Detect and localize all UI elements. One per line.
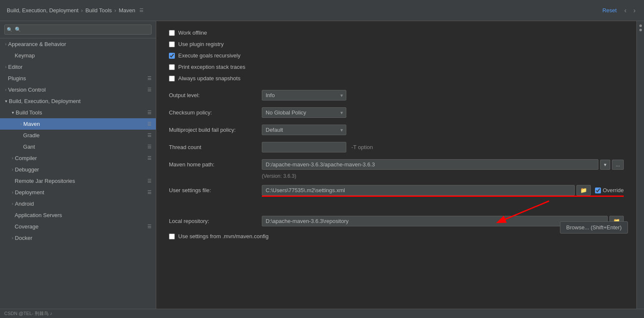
checkbox-row-always-update: Always update snapshots bbox=[169, 75, 624, 82]
override-label: Override bbox=[603, 187, 624, 193]
always-update-checkbox[interactable] bbox=[169, 76, 175, 82]
execute-goals-checkbox[interactable] bbox=[169, 53, 175, 59]
arrow-icon-plugins bbox=[5, 76, 6, 81]
breadcrumb-sep2: › bbox=[114, 7, 116, 14]
rjr-menu-icon: ☰ bbox=[147, 178, 152, 184]
sidebar-item-label-vc: Version Control bbox=[8, 87, 147, 93]
thread-count-input[interactable] bbox=[262, 142, 346, 152]
breadcrumb-part3: Maven bbox=[119, 7, 135, 14]
nav-back-button[interactable]: ‹ bbox=[622, 6, 628, 15]
search-input[interactable] bbox=[4, 24, 152, 35]
sidebar-item-keymap[interactable]: Keymap bbox=[0, 50, 156, 61]
user-settings-input-wrap: 📁 Override bbox=[262, 185, 624, 196]
sidebar-item-label-debugger: Debugger bbox=[15, 166, 152, 173]
maven-home-label: Maven home path: bbox=[169, 161, 262, 168]
maven-home-dropdown-button[interactable]: ▾ bbox=[600, 160, 610, 170]
arrow-icon-android: › bbox=[12, 201, 13, 206]
user-settings-folder-button[interactable]: 📁 bbox=[576, 185, 591, 196]
sidebar-item-compiler[interactable]: › Compiler ☰ bbox=[0, 152, 156, 164]
sidebar-search-container: 🔍 bbox=[0, 21, 156, 38]
checksum-policy-select-wrap: No Global Policy Strict Lax Ignore bbox=[262, 107, 346, 118]
sidebar-item-maven[interactable]: › Maven ☰ bbox=[0, 118, 156, 130]
sidebar-item-app-servers[interactable]: Application Servers bbox=[0, 209, 156, 221]
breadcrumb-sep1: › bbox=[81, 7, 83, 14]
sidebar-item-label-app-servers: Application Servers bbox=[15, 212, 152, 218]
nav-forward-button[interactable]: › bbox=[632, 6, 637, 15]
panel-dot-1 bbox=[639, 24, 642, 27]
arrow-icon-gant bbox=[20, 144, 22, 149]
main-layout: 🔍 › Appearance & Behavior Keymap › Edito… bbox=[0, 21, 644, 309]
search-icon: 🔍 bbox=[7, 27, 13, 33]
panel-dot-2 bbox=[639, 29, 642, 31]
sidebar-item-deployment[interactable]: › Deployment ☰ bbox=[0, 187, 156, 198]
execute-goals-label: Execute goals recursively bbox=[178, 52, 240, 59]
sidebar-item-label-docker: Docker bbox=[15, 235, 152, 241]
work-offline-label: Work offline bbox=[178, 30, 207, 36]
arrow-annotation-container bbox=[169, 199, 624, 224]
sidebar-item-gradle[interactable]: Gradle ☰ bbox=[0, 130, 156, 141]
arrow-icon-rjr bbox=[12, 179, 13, 183]
output-level-select[interactable]: Info Debug Warning Error bbox=[262, 90, 346, 101]
sidebar-item-label-gradle: Gradle bbox=[23, 132, 147, 139]
sidebar-item-version-control[interactable]: › Version Control ☰ bbox=[0, 84, 156, 95]
thread-count-label: Thread count bbox=[169, 144, 262, 150]
sidebar-item-label-maven: Maven bbox=[23, 121, 147, 127]
sidebar-item-android[interactable]: › Android bbox=[0, 198, 156, 209]
thread-count-row: Thread count -T option bbox=[169, 142, 624, 152]
sidebar-item-appearance[interactable]: › Appearance & Behavior bbox=[0, 38, 156, 50]
arrow-icon-app-servers bbox=[12, 213, 13, 217]
override-checkbox[interactable] bbox=[595, 188, 601, 193]
maven-home-input[interactable] bbox=[262, 159, 598, 170]
sidebar-item-label-keymap: Keymap bbox=[15, 52, 152, 59]
arrow-icon-coverage bbox=[12, 224, 13, 229]
sidebar-item-docker[interactable]: › Docker bbox=[0, 232, 156, 244]
sidebar-item-label-android: Android bbox=[15, 201, 152, 207]
print-exception-label: Print exception stack traces bbox=[178, 64, 245, 70]
checksum-policy-select[interactable]: No Global Policy Strict Lax Ignore bbox=[262, 107, 346, 118]
checkbox-row-use-settings-mvn: Use settings from .mvn/maven.config bbox=[169, 233, 624, 239]
checksum-policy-control: No Global Policy Strict Lax Ignore bbox=[262, 107, 624, 118]
sidebar-item-build-tools[interactable]: ▾ Build Tools ☰ bbox=[0, 107, 156, 118]
right-side-panel bbox=[636, 21, 644, 309]
svg-line-0 bbox=[498, 201, 549, 222]
reset-button[interactable]: Reset bbox=[600, 6, 619, 14]
output-level-control: Info Debug Warning Error bbox=[262, 90, 624, 101]
sidebar-item-gant[interactable]: Gant ☰ bbox=[0, 141, 156, 152]
sidebar-item-plugins[interactable]: Plugins ☰ bbox=[0, 73, 156, 84]
use-settings-mvn-checkbox[interactable] bbox=[169, 234, 175, 239]
browse-popup-text: Browse... (Shift+Enter) bbox=[566, 224, 622, 231]
sidebar-item-coverage[interactable]: Coverage ☰ bbox=[0, 221, 156, 232]
maven-version-note: (Version: 3.6.3) bbox=[262, 173, 624, 179]
arrow-icon-gradle bbox=[20, 133, 22, 138]
print-exception-checkbox[interactable] bbox=[169, 64, 175, 70]
arrow-icon-docker: › bbox=[12, 236, 13, 240]
breadcrumb-menu-icon: ☰ bbox=[139, 8, 144, 13]
sidebar-item-label-editor: Editor bbox=[8, 64, 152, 70]
user-settings-row: User settings file: 📁 Override bbox=[169, 185, 624, 196]
maven-home-browse-button[interactable]: ... bbox=[612, 160, 624, 170]
arrow-icon-maven: › bbox=[20, 122, 22, 126]
t-option-label: -T option bbox=[351, 144, 373, 150]
work-offline-checkbox[interactable] bbox=[169, 30, 175, 36]
arrow-icon-deployment: › bbox=[12, 190, 13, 195]
maven-home-row: Maven home path: ▾ ... bbox=[169, 159, 624, 170]
sidebar-item-label-gant: Gant bbox=[23, 144, 147, 150]
sidebar-item-label-bt: Build Tools bbox=[16, 109, 147, 116]
sidebar-item-build-exec-deploy[interactable]: ▾ Build, Execution, Deployment bbox=[0, 95, 156, 107]
multiproject-policy-row: Multiproject build fail policy: Default … bbox=[169, 125, 624, 135]
breadcrumb-part2: Build Tools bbox=[85, 7, 112, 14]
use-settings-mvn-label: Use settings from .mvn/maven.config bbox=[178, 233, 269, 239]
arrow-icon-debugger: › bbox=[12, 167, 13, 172]
arrow-icon-appearance: › bbox=[5, 42, 6, 46]
sidebar-item-remote-jar[interactable]: Remote Jar Repositories ☰ bbox=[0, 175, 156, 187]
arrow-icon-keymap bbox=[12, 53, 13, 58]
browse-popup: Browse... (Shift+Enter) bbox=[560, 221, 628, 234]
sidebar-item-editor[interactable]: › Editor bbox=[0, 61, 156, 73]
output-level-label: Output level: bbox=[169, 92, 262, 98]
sidebar-item-debugger[interactable]: › Debugger bbox=[0, 164, 156, 175]
multiproject-policy-select-wrap: Default At End Never Fail Fast bbox=[262, 125, 346, 135]
plugin-registry-checkbox[interactable] bbox=[169, 41, 175, 47]
multiproject-policy-select[interactable]: Default At End Never Fail Fast bbox=[262, 125, 346, 135]
user-settings-input[interactable] bbox=[262, 185, 575, 196]
checksum-policy-label: Checksum policy: bbox=[169, 109, 262, 116]
